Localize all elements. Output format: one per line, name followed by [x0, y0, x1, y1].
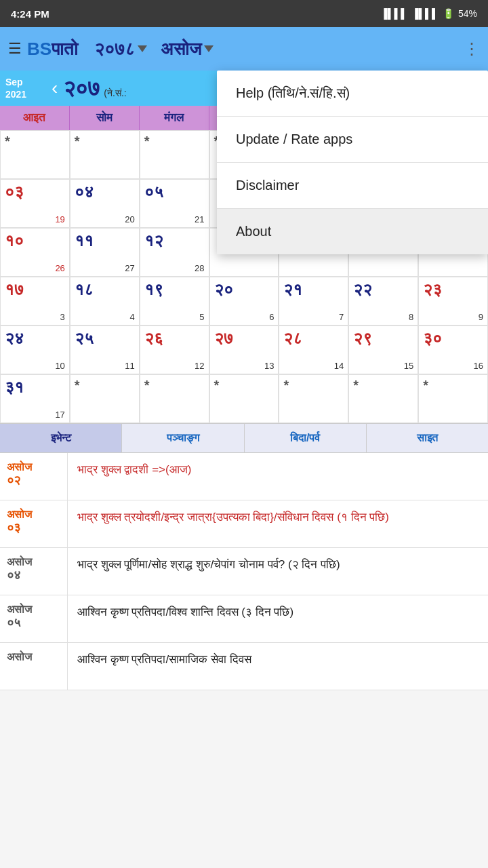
cal-ad-date: Sep 2021	[5, 76, 46, 100]
table-row[interactable]: २९15	[348, 326, 418, 374]
table-row[interactable]: ०३19	[0, 179, 70, 228]
table-row[interactable]: *	[70, 374, 140, 423]
table-row[interactable]: २८14	[279, 326, 348, 374]
event-row-3: असोज ०४ भाद्र शुक्ल पूर्णिमा/सोह श्राद्ध…	[0, 548, 488, 595]
status-icons: ▐▌▌▌ ▐▌▌▌ 🔋 54%	[381, 8, 477, 19]
bottom-tabs: इभेन्ट पञ्चाङ्ग बिदा/पर्व साइत	[0, 423, 488, 453]
tab-panchang[interactable]: पञ्चाङ्ग	[122, 424, 244, 452]
table-row[interactable]: १७3	[0, 277, 70, 326]
app-title: BS पातो	[27, 39, 78, 60]
table-row[interactable]: *	[140, 130, 209, 179]
signal-icon-2: ▐▌▌▌	[411, 8, 439, 19]
event-row-5: असोज आश्विन कृष्ण प्रतिपदा/सामाजिक सेवा …	[0, 643, 488, 690]
tab-saait[interactable]: साइत	[367, 424, 488, 452]
month-text: असोज	[161, 39, 201, 60]
more-options-icon[interactable]: ⋮	[464, 39, 480, 58]
event-date-2: असोज ०३	[0, 500, 68, 547]
bs-label: BS	[27, 39, 52, 60]
patro-label: पातो	[52, 39, 78, 60]
table-row[interactable]: ३०16	[418, 326, 488, 374]
event-desc-3: भाद्र शुक्ल पूर्णिमा/सोह श्राद्ध शुरु/चे…	[68, 548, 488, 595]
header-month[interactable]: असोज	[161, 39, 214, 60]
year-text: २०७८	[94, 39, 135, 60]
event-desc-5: आश्विन कृष्ण प्रतिपदा/सामाजिक सेवा दिवस	[68, 643, 488, 690]
table-row[interactable]: ०४20	[70, 179, 140, 228]
table-row[interactable]: १०26	[0, 228, 70, 277]
event-date-5: असोज	[0, 643, 68, 690]
event-row-2: असोज ०३ भाद्र शुक्ल त्रयोदशी/इन्द्र जात्…	[0, 500, 488, 548]
dropdown-item-update[interactable]: Update / Rate apps	[217, 117, 488, 163]
battery-percent: 54%	[458, 8, 477, 19]
table-row[interactable]: *	[279, 374, 348, 423]
tab-events[interactable]: इभेन्ट	[0, 424, 122, 452]
month-dropdown-icon	[204, 45, 214, 52]
event-desc-4: आश्विन कृष्ण प्रतिपदा/विश्व शान्ति दिवस …	[68, 595, 488, 642]
status-bar: 4:24 PM ▐▌▌▌ ▐▌▌▌ 🔋 54%	[0, 0, 488, 27]
event-row-1: असोज ०२ भाद्र शुक्ल द्वादशी =>(आज)	[0, 453, 488, 500]
table-row[interactable]: २२8	[348, 277, 418, 326]
cal-back-arrow[interactable]: ‹	[52, 77, 58, 99]
event-date-1: असोज ०२	[0, 453, 68, 500]
header-year[interactable]: २०७८	[94, 39, 147, 60]
battery-icon: 🔋	[443, 8, 454, 19]
table-row[interactable]: १८4	[70, 277, 140, 326]
table-row[interactable]: २३9	[418, 277, 488, 326]
dropdown-item-about[interactable]: About	[217, 209, 488, 254]
menu-icon[interactable]: ☰	[8, 40, 22, 58]
status-time: 4:24 PM	[11, 8, 49, 20]
event-row-4: असोज ०५ आश्विन कृष्ण प्रतिपदा/विश्व शान्…	[0, 595, 488, 643]
table-row[interactable]: *	[209, 374, 279, 423]
app-header: ☰ BS पातो २०७८ असोज ⋮	[0, 27, 488, 71]
table-row[interactable]: २७13	[209, 326, 279, 374]
day-header-mon: सोम	[70, 106, 140, 130]
cal-bs-year: २०७	[63, 76, 100, 101]
table-row[interactable]: २६12	[140, 326, 209, 374]
event-date-4: असोज ०५	[0, 595, 68, 642]
events-list: असोज ०२ भाद्र शुक्ल द्वादशी =>(आज) असोज …	[0, 453, 488, 690]
event-desc-2: भाद्र शुक्ल त्रयोदशी/इन्द्र जात्रा{उपत्य…	[68, 500, 488, 547]
table-row[interactable]: *	[140, 374, 209, 423]
table-row[interactable]: *	[70, 130, 140, 179]
cal-ne-label: (ने.सं.:	[104, 87, 126, 99]
table-row[interactable]: २५11	[70, 326, 140, 374]
event-date-3: असोज ०४	[0, 548, 68, 595]
table-row[interactable]: १९5	[140, 277, 209, 326]
dropdown-item-help[interactable]: Help (तिथि/ने.सं/हि.सं)	[217, 71, 488, 117]
signal-icon-1: ▐▌▌▌	[381, 8, 408, 19]
dropdown-menu: Help (तिथि/ने.सं/हि.सं) Update / Rate ap…	[217, 71, 488, 254]
table-row[interactable]: ११27	[70, 228, 140, 277]
table-row[interactable]: ०५21	[140, 179, 209, 228]
tab-holiday[interactable]: बिदा/पर्व	[245, 424, 367, 452]
table-row[interactable]: १२28	[140, 228, 209, 277]
table-row[interactable]: २१7	[279, 277, 348, 326]
day-header-tue: मंगल	[140, 106, 209, 130]
table-row[interactable]: २४10	[0, 326, 70, 374]
table-row[interactable]: *	[348, 374, 418, 423]
table-row[interactable]: ३१17	[0, 374, 70, 423]
dropdown-item-disclaimer[interactable]: Disclaimer	[217, 163, 488, 209]
event-desc-1: भाद्र शुक्ल द्वादशी =>(आज)	[68, 453, 488, 500]
table-row[interactable]: *	[418, 374, 488, 423]
table-row[interactable]: २०6	[209, 277, 279, 326]
day-header-sun: आइत	[0, 106, 70, 130]
table-row[interactable]: *	[0, 130, 70, 179]
year-dropdown-icon	[138, 45, 147, 52]
